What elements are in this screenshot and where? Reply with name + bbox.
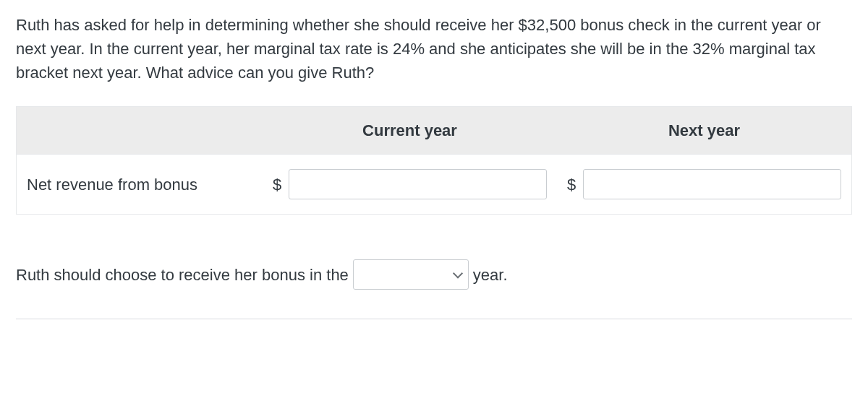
revenue-table: Current year Next year Net revenue from …: [16, 106, 852, 215]
row-label-net-revenue: Net revenue from bonus: [17, 161, 263, 208]
input-current-year[interactable]: [289, 169, 547, 199]
question-text: Ruth has asked for help in determining w…: [16, 13, 852, 85]
dollar-sign-icon: $: [567, 173, 576, 196]
input-next-year[interactable]: [583, 169, 841, 199]
year-select-wrap: [353, 259, 469, 290]
divider: [16, 319, 852, 319]
cell-next-year: $: [557, 155, 851, 214]
year-select[interactable]: [353, 259, 469, 290]
table-row: Net revenue from bonus $ $: [17, 155, 851, 214]
sentence-suffix: year.: [473, 263, 508, 287]
dollar-sign-icon: $: [273, 173, 281, 196]
header-blank: [17, 107, 263, 154]
answer-sentence: Ruth should choose to receive her bonus …: [16, 259, 852, 290]
cell-current-year: $: [263, 155, 557, 214]
sentence-prefix: Ruth should choose to receive her bonus …: [16, 263, 349, 287]
header-next-year: Next year: [557, 107, 851, 154]
table-header-row: Current year Next year: [17, 107, 851, 155]
header-current-year: Current year: [263, 107, 557, 154]
